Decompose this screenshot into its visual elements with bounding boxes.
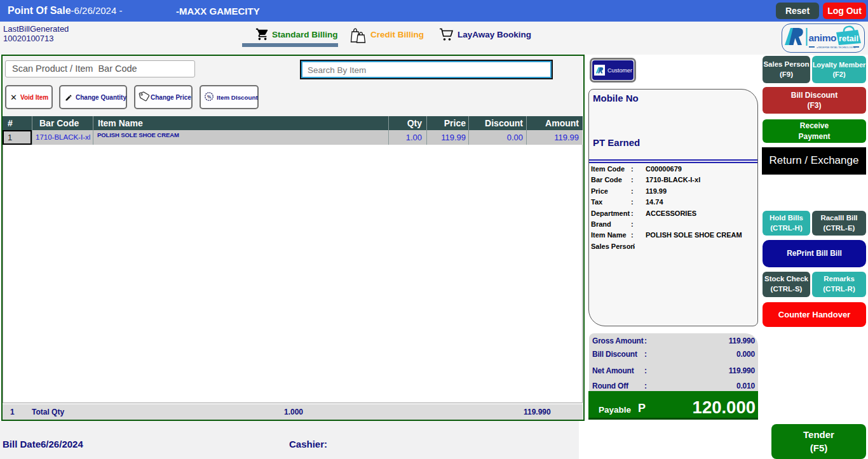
svg-text:animo: animo — [809, 32, 837, 43]
svg-text:retail: retail — [839, 34, 858, 43]
svg-text:%: % — [207, 95, 212, 99]
svg-text:◂ REDEFINE RETAIL TECHNOLOGY ▸: ◂ REDEFINE RETAIL TECHNOLOGY ▸ — [817, 46, 856, 49]
